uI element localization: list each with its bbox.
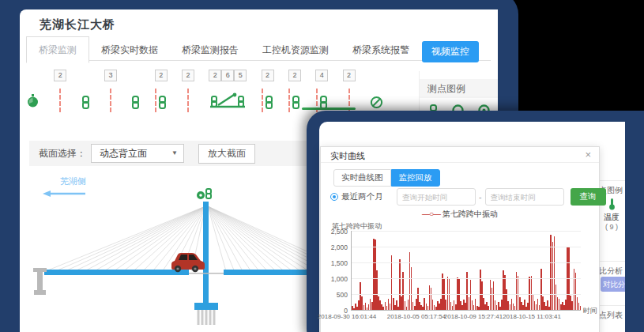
link-icon [81,96,90,112]
sensor-number-group: 2 [54,70,66,82]
radio-last-two-months[interactable] [330,193,338,201]
left-arrow-icon [43,191,85,197]
right-sidebar-strip: 测点图例 温度 ( 9 ) 对比分析 对比分析 测点列表 [598,122,625,332]
chevron-down-icon: ▼ [171,145,178,162]
chart-legend[interactable]: —○— 第七跨跨中振动 [321,209,599,220]
sensor-item[interactable] [131,70,140,112]
sensor-item[interactable]: 2 [155,70,168,112]
sensor-count-badge: 2 [182,70,194,81]
link-icon [158,96,167,112]
sensor-count-badge: 3 [104,70,117,81]
main-tab[interactable]: 工控机资源监测 [250,37,341,62]
sensor-item[interactable]: 2 [182,70,194,112]
realtime-curve-dialog: 实时曲线 × 实时曲线图监控回放 最近两个月 - 查询 —○— 第七跨跨中振动 … [320,146,600,332]
bearing-icon [209,92,247,112]
legend-marker-icon: —○— [422,209,440,218]
sensor-icon-zone [155,82,167,112]
bridge-tower [203,202,209,304]
section-select-label: 截面选择： [39,147,86,160]
y-tick-label: 1,500 [321,259,348,267]
red-dashed-marker [155,89,156,112]
bridge-side-label: 芜湖侧 [60,176,86,186]
point-list-header-fragment: 测点列表 [598,310,623,321]
x-tick-label: 2018-10-15 11:03:41 [503,313,561,320]
main-tab[interactable]: 桥梁监测 [26,36,89,63]
query-row: 最近两个月 - 查询 [330,188,593,206]
gridline [352,294,581,295]
sensor-item[interactable] [26,70,40,112]
desktop-stage: 芜湖长江大桥 桥梁监测桥梁实时数据桥梁监测报告工控机资源监测桥梁系统报警 视频监… [0,0,644,332]
main-tab[interactable]: 桥梁监测报告 [170,37,250,62]
sensor-icon-zone [26,82,40,112]
end-time-input[interactable] [485,188,564,206]
y-tick-label: 1,000 [321,275,348,283]
gridline [352,278,581,279]
temperature-label: 温度 [598,212,625,223]
sensor-icon-zone [288,82,300,112]
gridline [352,231,581,232]
chart-plot [351,231,581,311]
page-title: 芜湖长江大桥 [40,17,115,32]
deck-joint [188,273,224,274]
x-tick-label: 2018-10-09 15:27:41 [444,313,503,320]
sensor-item[interactable]: 265 [209,70,247,112]
section-select-value: 动态背立面 [100,148,147,159]
dialog-tabbar: 实时曲线图监控回放 [333,169,440,187]
link-icon [131,96,140,112]
divider [598,180,625,181]
sensor-item[interactable] [370,70,383,112]
sensor-number-group: 2 [155,70,168,82]
main-tab[interactable]: 桥梁系统报警 [341,37,421,62]
gridline [352,247,581,247]
main-tab[interactable]: 桥梁实时数据 [89,37,170,62]
tower-foundation [194,303,218,325]
sensor-item[interactable]: 2 [54,70,66,112]
sensor-count-badge: 4 [315,70,328,81]
sensor-number-group: 2 [288,70,301,82]
link-icon [292,96,300,112]
thermometer-icon [608,198,616,210]
sensor-item[interactable]: 4 [315,70,328,112]
sensor-number-group: 265 [209,70,247,82]
sensor-icon-zone [81,82,90,112]
start-time-input[interactable] [397,188,476,206]
x-tick-label: 2018-10-05 05:17:54 [387,313,446,320]
sensor-item[interactable] [81,70,90,112]
bridge-deck-left [44,270,189,275]
clock-icon [26,93,40,112]
query-button[interactable]: 查询 [571,188,606,206]
sensor-count-badge: 6 [221,70,234,81]
y-tick-label: 2,000 [321,243,348,251]
sensor-number-group: 3 [104,70,117,82]
compare-analysis-button[interactable]: 对比分析 [601,277,625,292]
sensor-icon-zone [370,82,383,112]
x-tick-label: 2018-09-30 16:01:44 [318,313,376,320]
car [171,253,205,272]
sensor-count-badge: 2 [262,70,274,81]
video-monitor-button[interactable]: 视频监控 [422,41,479,62]
dialog-tab[interactable]: 实时曲线图 [333,169,391,187]
main-tabbar: 桥梁监测桥梁实时数据桥梁监测报告工控机资源监测桥梁系统报警 [26,36,491,61]
close-icon[interactable]: × [585,149,591,160]
red-dashed-marker [59,89,61,112]
zoom-section-button[interactable]: 放大截面 [198,144,255,164]
bridge-schematic: 芜湖侧 [24,170,324,332]
sensor-icon-zone [187,82,189,112]
dialog-tab[interactable]: 监控回放 [391,169,440,187]
red-dashed-marker [187,89,189,112]
section-select-dropdown[interactable]: 动态背立面 ▼ [91,144,184,163]
link-icon [265,96,273,112]
red-dashed-marker [110,89,111,112]
sensor-item[interactable]: 2 [343,70,356,112]
sensor-item[interactable]: 3 [104,70,117,112]
red-dashed-marker [262,89,263,112]
sensor-count-badge: 5 [234,70,247,81]
red-dashed-marker [288,89,290,112]
sensor-icon-zone [110,82,111,112]
sensor-count-badge: 2 [343,70,356,81]
sensor-icon-zone [131,82,140,112]
sensor-item[interactable]: 2 [288,70,301,112]
sensor-number-group: 2 [262,70,274,82]
sensor-count-badge: 2 [288,70,301,81]
sensor-item[interactable]: 2 [262,70,274,112]
